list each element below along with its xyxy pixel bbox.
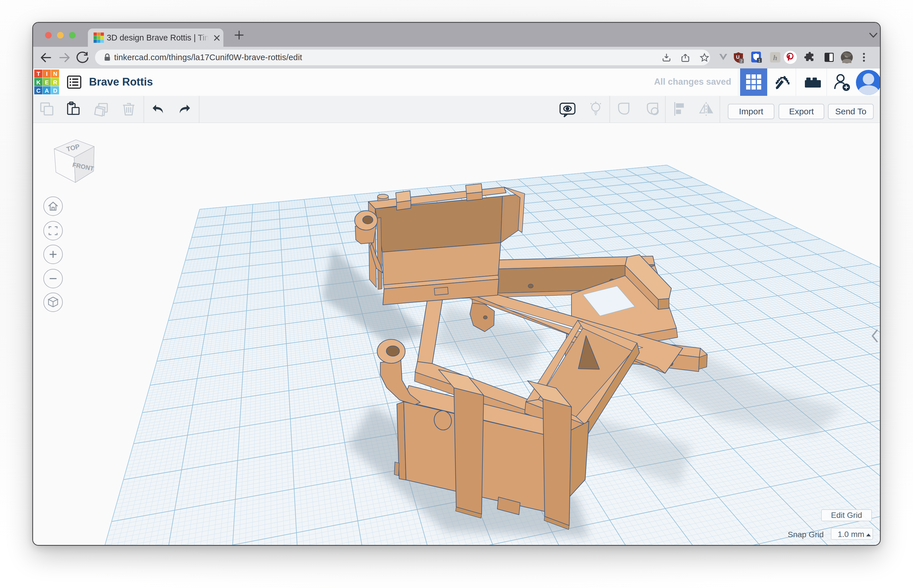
svg-text:E: E — [45, 79, 49, 86]
svg-text:C: C — [36, 87, 40, 94]
svg-text:R: R — [53, 79, 57, 86]
svg-text:K: K — [36, 79, 40, 86]
svg-text:D: D — [53, 87, 57, 94]
svg-text:1: 1 — [758, 58, 761, 63]
svg-text:2: 2 — [740, 59, 743, 63]
svg-text:h: h — [773, 53, 777, 62]
svg-text:A: A — [45, 87, 49, 94]
svg-text:N: N — [53, 70, 57, 77]
svg-text:T: T — [37, 70, 40, 77]
svg-text:I: I — [46, 70, 48, 77]
